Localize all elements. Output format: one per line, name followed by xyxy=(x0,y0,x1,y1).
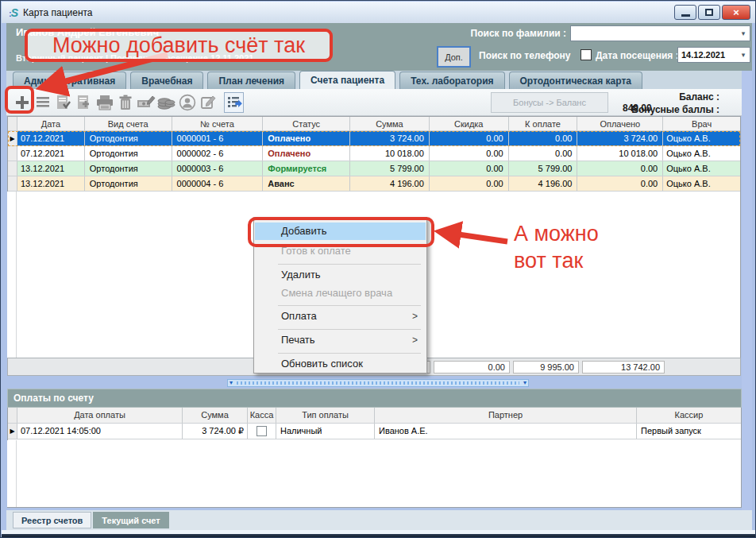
splitter-grip xyxy=(237,381,519,385)
document-check-icon[interactable] xyxy=(53,92,73,113)
total-paid: 13 742.00 xyxy=(582,361,665,374)
minimize-button[interactable] xyxy=(674,5,696,20)
invoice-table-header: Дата Вид счета № счета Статус Сумма Скид… xyxy=(8,117,740,131)
col-pay-sum[interactable]: Сумма xyxy=(183,408,248,423)
menu-item-payment[interactable]: Оплата> xyxy=(255,308,426,325)
splitter-arrow-icon: ▾ xyxy=(522,380,528,386)
col-discount[interactable]: Скидка xyxy=(430,117,509,130)
document-add-icon[interactable] xyxy=(74,92,94,113)
tab-strip: Административная Врачебная План лечения … xyxy=(6,71,752,89)
col-paid[interactable]: Оплачено xyxy=(577,117,663,130)
close-button[interactable]: × xyxy=(722,5,750,20)
col-pay-partner[interactable]: Партнер xyxy=(375,408,637,423)
menu-separator xyxy=(278,305,421,306)
bonus-points-label: Бонусные баллы : xyxy=(616,104,719,115)
menu-separator xyxy=(278,264,421,265)
payments-table: Дата оплаты Сумма Касса Тип оплаты Партн… xyxy=(7,408,742,508)
visit-date-label: Дата посещения : xyxy=(596,50,679,61)
tab-patient-invoices[interactable]: Счета пациента xyxy=(299,71,395,89)
menu-separator xyxy=(278,329,421,330)
tab-invoice-register[interactable]: Реестр счетов xyxy=(13,512,91,528)
table-row[interactable]: ▶ 07.12.2021 14:05:00 3 724.00 ₽ Наличны… xyxy=(8,424,741,439)
invoice-toolbar: Бонусы -> Баланс Баланс :849.00 Бонусные… xyxy=(6,89,742,116)
bottom-edge-dark xyxy=(2,534,756,538)
chevron-down-icon[interactable]: ▾ xyxy=(737,29,750,37)
table-marker-column xyxy=(7,440,17,507)
tab-current-invoice[interactable]: Текущий счет xyxy=(93,512,168,528)
payments-section-header: Оплаты по счету xyxy=(7,389,742,408)
col-status[interactable]: Статус xyxy=(263,117,350,130)
printer-icon[interactable] xyxy=(94,92,114,113)
search-phone-checkbox[interactable] xyxy=(580,49,592,60)
submenu-arrow-icon: > xyxy=(412,308,418,325)
tab-tech-lab[interactable]: Тех. лаборатория xyxy=(399,72,504,89)
status-badge: Аванс xyxy=(263,176,350,191)
app-logo-icon: :S xyxy=(9,6,18,19)
title-bar[interactable]: :S Карта пациента xyxy=(2,2,755,23)
visit-date-input[interactable]: 14.12.2021 ▾ xyxy=(677,47,750,63)
minimize-icon xyxy=(681,14,690,17)
tab-ortho-card[interactable]: Ортодонтическая карта xyxy=(509,72,642,89)
table-marker-column xyxy=(7,192,17,358)
balance-label: Баланс : xyxy=(616,91,719,103)
window-title: Карта пациента xyxy=(23,7,93,18)
chevron-down-icon[interactable]: ▾ xyxy=(737,51,750,59)
menu-item-refresh-list[interactable]: Обновить список xyxy=(255,355,426,373)
payments-table-header: Дата оплаты Сумма Касса Тип оплаты Партн… xyxy=(8,408,741,424)
search-phone-label: Поиск по телефону xyxy=(479,50,571,61)
list-icon[interactable] xyxy=(33,92,52,113)
total-discount: 0.00 xyxy=(434,361,510,374)
bottom-tab-bar: Реестр счетов Текущий счет xyxy=(6,510,752,530)
status-badge: Оплачено xyxy=(263,131,350,145)
right-border-strip xyxy=(742,71,752,530)
annotation-note-box: Можно добавить счёт так xyxy=(25,29,333,62)
col-number[interactable]: № счета xyxy=(172,117,264,130)
col-pay-date[interactable]: Дата оплаты xyxy=(17,408,183,423)
col-date[interactable]: Дата xyxy=(17,117,85,130)
status-badge: Оплачено xyxy=(263,146,350,161)
submenu-arrow-icon: > xyxy=(412,331,418,349)
col-pay-cashier[interactable]: Кассир xyxy=(637,408,741,423)
search-surname-label: Поиск по фамилии : xyxy=(403,28,566,39)
annotation-note-text: А можно вот так xyxy=(514,220,599,274)
splitter-arrow-icon: ▾ xyxy=(228,380,234,386)
col-pay-type[interactable]: Тип оплаты xyxy=(276,408,375,423)
row-marker-icon: ▶ xyxy=(8,424,17,439)
col-pay-cash[interactable]: Касса xyxy=(248,408,276,423)
search-surname-input[interactable]: ▾ xyxy=(570,25,750,41)
tab-treatment-plan[interactable]: План лечения xyxy=(207,72,295,89)
status-badge: Формируется xyxy=(263,161,350,176)
menu-separator xyxy=(278,353,421,354)
menu-item-delete[interactable]: Удалить xyxy=(255,266,426,284)
menu-item-print[interactable]: Печать> xyxy=(255,331,426,349)
col-sum[interactable]: Сумма xyxy=(350,117,430,130)
restore-icon xyxy=(705,9,713,16)
restore-button[interactable] xyxy=(698,5,720,20)
table-row[interactable]: ▶ 07.12.2021 Ортодонтия 0000001 - 6 Опла… xyxy=(8,131,740,146)
money-edit-icon[interactable] xyxy=(136,92,156,113)
row-marker-icon: ▶ xyxy=(8,131,17,145)
task-list-arrow-icon[interactable] xyxy=(224,92,244,113)
more-options-button[interactable]: Доп. xyxy=(437,46,471,68)
cash-checkbox[interactable] xyxy=(256,426,267,436)
bonus-to-balance-button[interactable]: Бонусы -> Баланс xyxy=(491,92,608,113)
person-icon[interactable] xyxy=(177,92,197,113)
col-doctor[interactable]: Врач xyxy=(663,117,740,130)
horizontal-splitter[interactable]: ▾ ▾ xyxy=(227,379,529,387)
menu-item-change-doctor[interactable]: Смена лечащего врача xyxy=(255,284,426,302)
edit-note-icon[interactable] xyxy=(198,92,218,113)
table-row[interactable]: 13.12.2021 Ортодонтия 0000004 - 6 Аванс … xyxy=(8,176,740,192)
annotation-highlight-plus-button xyxy=(5,86,34,114)
payments-title: Оплаты по счету xyxy=(14,393,94,404)
trash-icon[interactable] xyxy=(115,92,135,113)
table-row[interactable]: 07.12.2021 Ортодонтия 0000002 - 6 Оплаче… xyxy=(8,146,740,161)
annotation-highlight-menu-add xyxy=(248,217,434,247)
coins-icon[interactable] xyxy=(156,92,176,113)
col-type[interactable]: Вид счета xyxy=(85,117,172,130)
table-row[interactable]: 13.12.2021 Ортодонтия 0000003 - 6 Формир… xyxy=(8,161,740,176)
tab-medical[interactable]: Врачебная xyxy=(130,72,203,89)
col-to-pay[interactable]: К оплате xyxy=(509,117,578,130)
patient-card-window: :S Карта пациента × Иванов Андрей Евгень… xyxy=(0,0,756,538)
total-to-pay: 9 995.00 xyxy=(513,361,579,374)
